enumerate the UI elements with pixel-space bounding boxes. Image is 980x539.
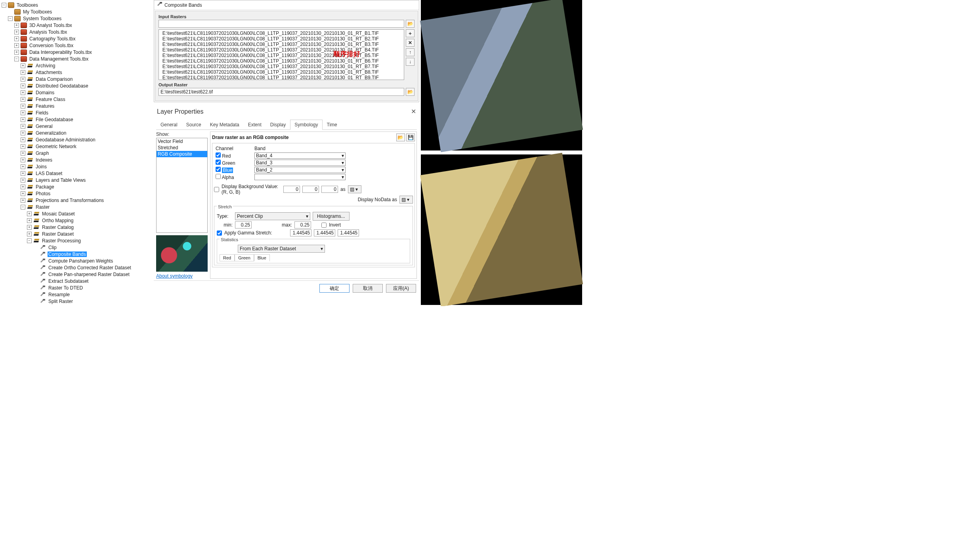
tree-item[interactable]: +Generalization [2, 130, 154, 136]
tree-item[interactable]: +Raster Dataset [2, 230, 154, 237]
expand-icon[interactable]: + [21, 158, 25, 162]
tree-item[interactable]: +Indexes [2, 156, 154, 163]
tab-extent[interactable]: Extent [244, 120, 266, 130]
gamma1-input[interactable] [290, 229, 311, 236]
expand-icon[interactable] [8, 10, 13, 14]
gamma2-input[interactable] [314, 229, 335, 236]
browse-input-button[interactable]: 📂 [406, 20, 415, 28]
raster-list-item[interactable]: E:\test\test621\LC81190372021030LGN00\LC… [160, 58, 403, 64]
tree-item[interactable]: +Layers and Table Views [2, 177, 154, 183]
browse-output-button[interactable]: 📂 [406, 88, 415, 96]
expand-icon[interactable] [33, 279, 38, 284]
tree-item[interactable]: Create Ortho Corrected Raster Dataset [2, 264, 154, 271]
tree-item[interactable]: +Feature Class [2, 96, 154, 103]
expand-icon[interactable]: + [21, 97, 25, 102]
expand-icon[interactable] [33, 286, 38, 290]
tree-item[interactable]: +Data Interoperability Tools.tbx [2, 49, 154, 55]
tree-item[interactable]: Compute Pansharpen Weights [2, 257, 154, 264]
invert-checkbox[interactable] [321, 223, 327, 228]
tree-item[interactable]: +Fields [2, 109, 154, 116]
expand-icon[interactable]: + [21, 117, 25, 122]
expand-icon[interactable] [33, 299, 38, 304]
band-select[interactable]: Band_4▾ [254, 152, 346, 159]
tree-item[interactable]: +Data Comparison [2, 76, 154, 82]
tree-item[interactable]: Raster To DTED [2, 284, 154, 291]
expand-icon[interactable]: + [14, 43, 19, 48]
tab-general[interactable]: General [156, 120, 182, 130]
about-symbology-link[interactable]: About symbology [156, 273, 208, 279]
raster-list-item[interactable]: E:\test\test621\LC81190372021030LGN00\LC… [160, 53, 403, 58]
expand-icon[interactable]: + [21, 144, 25, 149]
raster-list-item[interactable]: E:\test\test621\LC81190372021030LGN00\LC… [160, 47, 403, 53]
tree-item[interactable]: −Raster Processing [2, 237, 154, 244]
statistics-combo[interactable]: From Each Raster Dataset▾ [238, 245, 325, 253]
raster-list-item[interactable]: E:\test\test621\LC81190372021030LGN00\LC… [160, 64, 403, 69]
tree-item[interactable]: +Projections and Transformations [2, 197, 154, 204]
stat-tab-green[interactable]: Green [235, 254, 254, 261]
raster-list-item[interactable]: E:\test\test621\LC81190372021030LGN00\LC… [160, 42, 403, 47]
tree-item[interactable]: +Joins [2, 163, 154, 170]
expand-icon[interactable]: + [21, 131, 25, 135]
expand-icon[interactable]: + [21, 151, 25, 156]
expand-icon[interactable]: − [8, 16, 13, 21]
tree-item[interactable]: +Geodatabase Administration [2, 136, 154, 143]
expand-icon[interactable] [33, 259, 38, 263]
expand-icon[interactable] [33, 252, 38, 257]
expand-icon[interactable]: + [21, 77, 25, 82]
expand-icon[interactable]: + [27, 232, 32, 236]
tree-item[interactable]: +Photos [2, 190, 154, 197]
channel-checkbox[interactable] [216, 160, 221, 165]
tree-item[interactable]: +Domains [2, 89, 154, 96]
apply-button[interactable]: 应用(A) [386, 284, 416, 293]
stat-tab-red[interactable]: Red [220, 254, 235, 261]
expand-icon[interactable]: + [27, 218, 32, 223]
show-list[interactable]: Vector FieldStretchedRGB Composite [156, 138, 208, 233]
expand-icon[interactable]: + [21, 63, 25, 68]
add-button[interactable]: ＋ [406, 29, 415, 37]
expand-icon[interactable]: + [21, 70, 25, 75]
tree-item[interactable]: Extract Subdataset [2, 278, 154, 284]
tab-symbology[interactable]: Symbology [290, 120, 322, 130]
raster-list-item[interactable]: E:\test\test621\LC81190372021030LGN00\LC… [160, 30, 403, 36]
raster-list-item[interactable]: E:\test\test621\LC81190372021030LGN00\LC… [160, 69, 403, 75]
tree-item[interactable]: +3D Analyst Tools.tbx [2, 22, 154, 29]
tree-item[interactable]: +Attachments [2, 69, 154, 76]
close-button[interactable]: ✕ [411, 108, 416, 115]
raster-list-item[interactable]: E:\test\test621\LC81190372021030LGN00\LC… [160, 36, 403, 42]
show-option[interactable]: Vector Field [157, 138, 207, 145]
display-bg-checkbox[interactable] [214, 187, 219, 192]
input-raster-path[interactable] [159, 20, 404, 28]
channel-checkbox[interactable] [216, 174, 221, 179]
expand-icon[interactable]: + [27, 225, 32, 230]
stat-tab-blue[interactable]: Blue [254, 254, 270, 261]
move-up-button[interactable]: ↑ [406, 48, 415, 56]
expand-icon[interactable]: + [14, 36, 19, 41]
nodata-color-combo[interactable]: ▨ ▾ [399, 196, 413, 204]
expand-icon[interactable]: − [21, 205, 25, 210]
expand-icon[interactable]: − [14, 57, 19, 61]
tree-item[interactable]: −Data Management Tools.tbx [2, 55, 154, 62]
expand-icon[interactable]: + [27, 211, 32, 216]
cancel-button[interactable]: 取消 [353, 284, 383, 293]
expand-icon[interactable]: − [2, 3, 6, 8]
expand-icon[interactable]: + [14, 30, 19, 34]
stretch-type-combo[interactable]: Percent Clip▾ [235, 212, 310, 220]
expand-icon[interactable]: + [14, 50, 19, 55]
tree-item[interactable]: +Distributed Geodatabase [2, 82, 154, 89]
bg-color-combo[interactable]: ▨ ▾ [348, 185, 361, 193]
tree-item[interactable]: +File Geodatabase [2, 116, 154, 123]
open-button[interactable]: 📂 [396, 133, 405, 141]
tree-item[interactable]: Resample [2, 291, 154, 298]
expand-icon[interactable] [33, 272, 38, 277]
tree-item[interactable]: +Conversion Tools.tbx [2, 42, 154, 49]
tree-item[interactable]: Clip [2, 244, 154, 251]
tab-display[interactable]: Display [266, 120, 290, 130]
expand-icon[interactable]: + [21, 178, 25, 183]
raster-list-item[interactable]: E:\test\test621\LC81190372021030LGN00\LC… [160, 75, 403, 80]
tree-item[interactable]: My Toolboxes [2, 8, 154, 15]
remove-button[interactable]: ✕ [406, 39, 415, 47]
show-option[interactable]: RGB Composite [157, 151, 207, 157]
tree-item[interactable]: −System Toolboxes [2, 15, 154, 22]
ok-button[interactable]: 确定 [319, 284, 350, 293]
tree-item[interactable]: +Features [2, 103, 154, 109]
